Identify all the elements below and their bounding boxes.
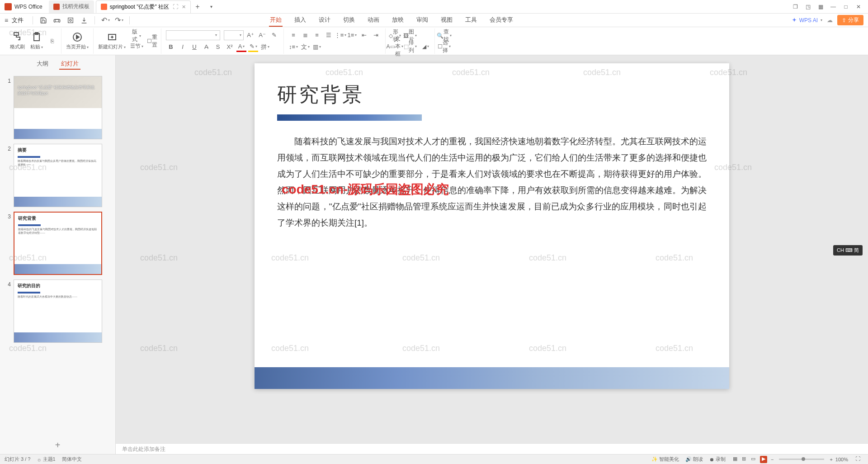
save-icon[interactable] <box>39 16 47 24</box>
slide-canvas[interactable]: 研究背景 随着科技的飞速发展与我国对技术人才的重视，我国经济快速地朝着数字化经济… <box>255 63 729 389</box>
svg-marker-7 <box>76 35 79 39</box>
arrange-button[interactable]: ⬚ 排列▾ <box>406 42 415 51</box>
thumb-number: 2 <box>5 144 14 207</box>
play-from-current-icon[interactable] <box>72 32 83 43</box>
align-center-icon[interactable]: ≣ <box>300 30 310 40</box>
redo-icon[interactable]: ↷▾ <box>115 16 123 24</box>
fill-button[interactable]: ◢▾ <box>421 42 430 51</box>
line-spacing-icon[interactable]: ↕≡▾ <box>288 42 298 52</box>
reset-button[interactable]: ☐ 重置 <box>147 37 156 46</box>
new-tab-button[interactable]: + <box>193 3 202 11</box>
slide-thumbnail-3[interactable]: 研究背景 随着科技的飞速发展与我国对技术人才的重视，我国经济快速地朝着数字化经济… <box>14 212 102 275</box>
columns-icon[interactable]: ▥▾ <box>312 42 322 52</box>
export-icon[interactable] <box>80 16 88 24</box>
wps-ai-button[interactable]: WPS AI ▾ <box>791 17 822 24</box>
tab-view[interactable]: 视图 <box>440 14 453 27</box>
record-button[interactable]: ⏺ 录制 <box>709 456 726 463</box>
tab-close-icon[interactable]: ✕ <box>182 4 186 10</box>
outline-tab[interactable]: 大纲 <box>35 59 50 70</box>
strike-button[interactable]: S <box>213 42 223 52</box>
select-button[interactable]: ☐ 选择▾ <box>439 42 448 51</box>
tab-start[interactable]: 开始 <box>269 14 283 27</box>
window-box-icon[interactable]: ◳ <box>805 4 811 10</box>
align-right-icon[interactable]: ≡ <box>312 30 322 40</box>
align-left-icon[interactable]: ≡ <box>288 30 298 40</box>
window-close-icon[interactable]: ✕ <box>855 4 862 10</box>
paste-icon[interactable] <box>31 32 42 43</box>
clear-format-icon[interactable]: ✎ <box>269 30 279 40</box>
fit-window-icon[interactable]: ⛶ <box>855 456 863 463</box>
wps-ai-label: WPS AI <box>799 17 818 24</box>
new-slide-icon[interactable] <box>107 32 118 43</box>
hamburger-icon[interactable]: ≡ <box>5 17 8 24</box>
zoom-level[interactable]: 100% <box>835 457 848 462</box>
voice-read-button[interactable]: 🔊 朗读 <box>685 456 703 463</box>
tab-transition[interactable]: 切换 <box>342 14 356 27</box>
tab-review[interactable]: 审阅 <box>415 14 429 27</box>
zoom-out-button[interactable]: − <box>771 457 774 462</box>
thumb-title: 研究的目的 <box>14 280 102 292</box>
tab-insert[interactable]: 插入 <box>293 14 307 27</box>
undo-icon[interactable]: ↶▾ <box>101 16 109 24</box>
print-icon[interactable] <box>53 16 61 24</box>
zoom-in-button[interactable]: + <box>830 457 832 462</box>
window-app-icon[interactable]: ▦ <box>817 4 824 10</box>
slide-thumbnail-4[interactable]: 研究的目的 随着时代的发展武大各模块中大量的数据信息⋯⋯ <box>14 279 102 343</box>
cloud-sync-icon[interactable]: ☁ <box>827 17 833 24</box>
bold-button[interactable]: B <box>166 42 176 52</box>
decrease-font-icon[interactable]: A⁻ <box>257 30 267 40</box>
title-underline <box>277 114 422 121</box>
increase-font-icon[interactable]: A⁺ <box>245 30 255 40</box>
print-preview-icon[interactable] <box>66 16 75 24</box>
slides-tab[interactable]: 幻灯片 <box>59 59 80 70</box>
section-button[interactable]: ☰ 节▾ <box>132 42 141 51</box>
align-justify-icon[interactable]: ☰ <box>324 30 334 40</box>
zoom-slider[interactable] <box>779 459 824 460</box>
tab-document[interactable]: springboot "亿点爱" 社区 ⛶ ✕ <box>96 0 191 13</box>
highlight-button[interactable]: ✎▾ <box>248 42 258 52</box>
share-button[interactable]: ⇪ 分享 <box>837 15 863 25</box>
strikethrough-button[interactable]: A̶ <box>201 42 211 52</box>
bullets-icon[interactable]: ⋮≡▾ <box>335 30 345 40</box>
tab-animation[interactable]: 动画 <box>367 14 380 27</box>
decrease-indent-icon[interactable]: ⇤ <box>359 30 369 40</box>
layout-button[interactable]: 版式▾ <box>132 31 141 40</box>
view-reading-icon[interactable]: ▭ <box>751 456 758 463</box>
slide-thumbnail-2[interactable]: 摘要 随着网络技术的发展与我国众多用户群体的重视，我国经济保持高速增长⋯⋯ <box>14 144 102 207</box>
share-icon: ⇪ <box>842 17 846 24</box>
format-painter-icon[interactable] <box>12 32 23 43</box>
window-restore-icon[interactable]: ❐ <box>792 4 798 10</box>
slide-thumbnail-1[interactable]: springboot "亿点爱" 社区捐赠物品管理系统的设计与实现ppt <box>14 76 102 139</box>
add-slide-button[interactable]: + <box>0 436 115 454</box>
tab-member[interactable]: 会员专享 <box>489 14 514 27</box>
increase-indent-icon[interactable]: ⇥ <box>371 30 381 40</box>
underline-button[interactable]: U <box>189 42 199 52</box>
numbering-icon[interactable]: 1≡▾ <box>347 30 357 40</box>
notes-placeholder[interactable]: 单击此处添加备注 <box>116 443 868 454</box>
font-name-select[interactable]: ▾ <box>166 30 220 40</box>
tab-slideshow[interactable]: 放映 <box>391 14 405 27</box>
view-slideshow-icon[interactable]: ▶ <box>760 456 767 463</box>
status-slide-pos: 幻灯片 3 / ? <box>5 456 30 463</box>
pinyin-button[interactable]: 拼▾ <box>260 42 270 52</box>
text-direction-icon[interactable]: 文▾ <box>300 42 310 52</box>
tab-design[interactable]: 设计 <box>318 14 331 27</box>
reading-mode-icon[interactable]: ⛶ <box>173 4 178 10</box>
window-maximize-icon[interactable]: □ <box>843 4 849 10</box>
play-label: 当页开始▾ <box>66 43 89 50</box>
tab-list-button[interactable]: ▾ <box>207 3 215 11</box>
file-menu[interactable]: 文件 <box>12 16 24 24</box>
view-sorter-icon[interactable]: ⊞ <box>742 456 749 463</box>
tab-template[interactable]: 找稻壳模板 <box>49 0 94 13</box>
font-size-select[interactable]: ▾ <box>224 30 244 40</box>
smart-beautify-button[interactable]: ✨ 智能美化 <box>651 456 679 463</box>
view-normal-icon[interactable]: ▦ <box>733 456 740 463</box>
tab-tools[interactable]: 工具 <box>464 14 478 27</box>
font-color-button[interactable]: A▾ <box>236 42 246 52</box>
window-minimize-icon[interactable]: — <box>830 4 836 10</box>
slide-footer-decoration <box>255 367 729 389</box>
copy-icon[interactable]: ⎘ <box>47 37 57 46</box>
textbox-button[interactable]: A▭ 文本框▾ <box>390 42 399 51</box>
italic-button[interactable]: I <box>178 42 188 52</box>
superscript-button[interactable]: X² <box>225 42 235 52</box>
